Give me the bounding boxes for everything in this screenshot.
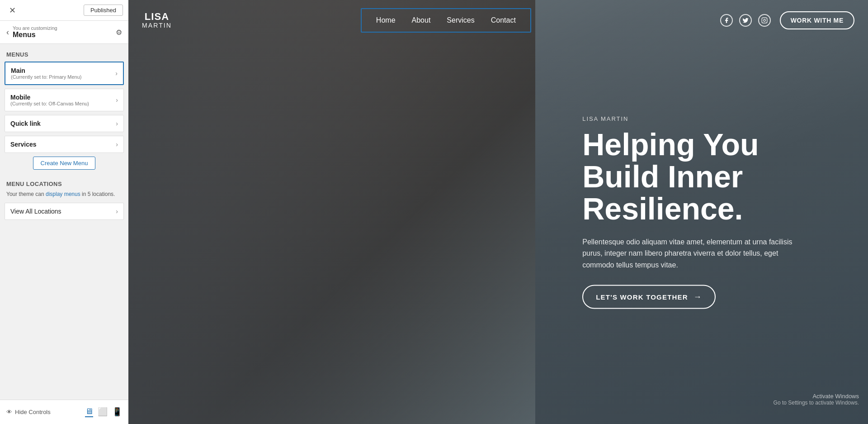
hero-headline: Helping You Build Inner Resilience.	[582, 128, 831, 225]
menu-item-quick-link[interactable]: Quick link ›	[5, 115, 124, 132]
customizing-label: You are customizing	[13, 25, 57, 31]
logo-surname: MARTIN	[142, 22, 172, 29]
nav-link-contact[interactable]: Contact	[484, 13, 523, 28]
menu-item-name: Main	[11, 67, 81, 74]
customizer-header: ‹ You are customizing Menus ⚙	[0, 21, 128, 44]
display-menus-link[interactable]: display menus	[46, 191, 80, 197]
hide-controls-label: Hide Controls	[15, 409, 51, 415]
social-icons	[720, 14, 771, 27]
eye-icon: 👁	[6, 409, 12, 415]
hero-content: LISA MARTIN Helping You Build Inner Resi…	[582, 115, 831, 309]
menus-section-label: Menus	[0, 44, 128, 62]
locations-description: Your theme can display menus in 5 locati…	[0, 190, 128, 203]
gear-icon[interactable]: ⚙	[116, 28, 122, 37]
panel-body: Menus Main (Currently set to: Primary Me…	[0, 44, 128, 400]
cta-arrow-icon: →	[693, 292, 702, 302]
menu-item-main[interactable]: Main (Currently set to: Primary Menu) ›	[5, 62, 124, 85]
menu-item-info: Services	[10, 141, 37, 148]
menu-item-sub: (Currently set to: Off-Canvas Menu)	[10, 101, 89, 106]
facebook-icon[interactable]	[720, 14, 733, 27]
instagram-icon[interactable]	[758, 14, 771, 27]
site-nav: HomeAboutServicesContact	[361, 8, 531, 33]
panel-footer: 👁 Hide Controls 🖥 ⬜ 📱	[0, 400, 128, 424]
hide-controls-button[interactable]: 👁 Hide Controls	[6, 409, 51, 415]
view-all-locations-label: View All Locations	[10, 208, 61, 215]
create-new-menu-button[interactable]: Create New Menu	[33, 157, 96, 170]
tablet-icon[interactable]: ⬜	[98, 407, 108, 417]
nav-link-home[interactable]: Home	[369, 13, 403, 28]
menu-items-list: Main (Currently set to: Primary Menu) › …	[0, 62, 128, 153]
customizer-title: Menus	[13, 31, 57, 39]
activate-windows-watermark: Activate Windows Go to Settings to activ…	[774, 393, 859, 406]
customizer-panel: ✕ Published ‹ You are customizing Menus …	[0, 0, 128, 424]
menu-item-name: Services	[10, 141, 37, 148]
menu-item-mobile[interactable]: Mobile (Currently set to: Off-Canvas Men…	[5, 89, 124, 111]
chevron-right-icon: ›	[116, 96, 118, 104]
menu-item-info: Quick link	[10, 120, 41, 127]
nav-link-about[interactable]: About	[405, 13, 438, 28]
view-all-locations-item[interactable]: View All Locations ›	[5, 203, 124, 220]
device-icons-group: 🖥 ⬜ 📱	[85, 407, 122, 417]
menu-item-sub: (Currently set to: Primary Menu)	[11, 74, 81, 80]
site-header: LISA MARTIN HomeAboutServicesContact WOR…	[128, 0, 868, 41]
menu-item-info: Main (Currently set to: Primary Menu)	[11, 67, 81, 80]
chevron-right-icon: ›	[116, 208, 118, 215]
chevron-right-icon: ›	[115, 70, 118, 77]
header-right: WORK WITH ME	[720, 11, 854, 29]
close-button[interactable]: ✕	[5, 4, 19, 17]
svg-rect-0	[762, 18, 767, 23]
hero-name-label: LISA MARTIN	[582, 115, 831, 122]
menu-item-name: Quick link	[10, 120, 41, 127]
published-button[interactable]: Published	[84, 5, 123, 16]
chevron-right-icon: ›	[116, 141, 118, 148]
work-with-me-button[interactable]: WORK WITH ME	[780, 11, 854, 29]
twitter-icon[interactable]	[739, 14, 752, 27]
desktop-icon[interactable]: 🖥	[85, 407, 93, 417]
top-bar: ✕ Published	[0, 0, 128, 21]
back-arrow-button[interactable]: ‹	[6, 28, 9, 37]
logo-name: LISA	[142, 11, 172, 22]
customizer-info: You are customizing Menus	[13, 25, 57, 39]
activate-windows-sub: Go to Settings to activate Windows.	[774, 400, 859, 406]
site-preview: LISA MARTIN HomeAboutServicesContact WOR…	[128, 0, 868, 424]
menu-item-name: Mobile	[10, 94, 89, 101]
lets-work-label: LET'S WORK TOGETHER	[596, 293, 688, 301]
site-logo: LISA MARTIN	[142, 11, 172, 29]
activate-windows-title: Activate Windows	[774, 393, 859, 400]
chevron-right-icon: ›	[116, 120, 118, 127]
lets-work-together-button[interactable]: LET'S WORK TOGETHER →	[582, 285, 716, 309]
menu-item-info: Mobile (Currently set to: Off-Canvas Men…	[10, 94, 89, 106]
nav-link-services[interactable]: Services	[439, 13, 481, 28]
menu-locations-label: Menu Locations	[0, 177, 128, 190]
menu-item-services[interactable]: Services ›	[5, 136, 124, 153]
mobile-icon[interactable]: 📱	[112, 407, 122, 417]
hero-subtext: Pellentesque odio aliquam vitae amet, el…	[582, 236, 799, 271]
